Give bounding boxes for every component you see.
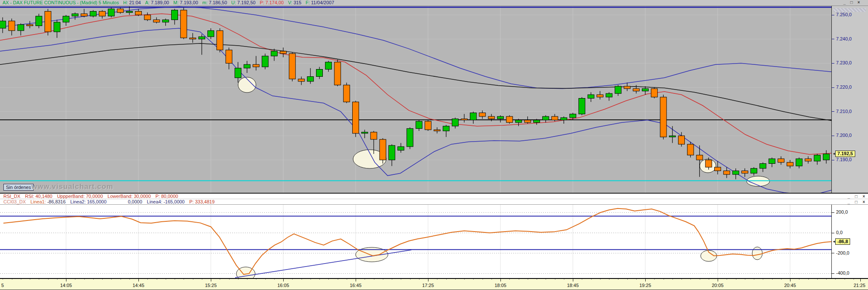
candle [687,144,694,155]
time-minor-tick [75,279,75,280]
cci-indicator-header[interactable]: CCI03_DXLinea1:-86,8316Linea2:165,0000Li… [0,199,868,205]
field-value: 7.189,00 [151,0,169,5]
field-label: A: [145,0,149,5]
time-minor-tick [582,279,582,280]
candle [244,64,250,68]
candle [343,85,350,102]
candle [190,38,196,39]
candle [262,56,268,67]
field-value: 0,0000 [128,199,142,204]
cci-axis-tick [832,273,834,274]
minimize-button[interactable]: _ [848,194,851,199]
field-value: 11/04/2007 [311,0,334,5]
time-minor-tick [193,279,193,280]
candle [181,10,187,38]
time-major-tick [573,279,573,281]
candle [515,120,522,123]
candle [271,51,277,56]
time-axis[interactable]: 514:0514:4515:2516:0516:4517:2518:0518:4… [0,278,868,290]
time-minor-tick [464,279,465,280]
restore-button[interactable]: □ [855,194,858,199]
field-label: Linea2: [70,199,86,204]
price-axis-tick [832,39,834,39]
rsi-indicator-values: RSI:40,1480UppperBand:70,0000LowerBand:3… [23,194,180,199]
price-axis-tick [832,136,834,136]
time-minor-tick [202,279,202,280]
time-minor-tick [292,279,293,280]
candle [9,21,15,31]
price-axis[interactable]: ◄ 7.192,5 7.250,07.240,07.230,07.220,07.… [831,6,868,193]
time-major-tick [500,279,501,281]
time-axis-label: 14:45 [132,283,144,288]
candle [217,31,223,50]
close-icon[interactable]: × [862,194,866,199]
candle [642,89,649,91]
candle [452,119,458,126]
candle [27,25,33,26]
candle [552,116,558,120]
time-axis-label: 18:45 [567,283,579,288]
candle [742,171,748,174]
time-minor-tick [319,279,320,280]
cci-value-axis[interactable]: ◄ -86,8 200,00,0-200,0-400,0 [831,205,868,278]
candle [570,114,576,118]
candle [371,132,377,139]
minimize-button[interactable]: _ [843,0,847,5]
time-minor-tick [84,279,85,280]
candle [651,89,658,97]
time-major-tick [211,279,211,281]
time-minor-tick [491,279,492,280]
field-label: P: [155,194,160,199]
bollinger-upper [0,6,831,89]
candle [45,11,51,32]
close-icon[interactable]: × [862,200,866,204]
candle [624,86,630,89]
field-value: 70,0000 [86,194,103,199]
candle [560,118,567,120]
candle [715,167,721,171]
candle [479,113,486,117]
time-minor-tick [410,279,411,280]
no-orders-tab[interactable]: Sin órdenes [3,184,34,191]
time-minor-tick [220,279,220,280]
minimize-button[interactable]: _ [848,200,851,204]
time-minor-tick [347,279,347,280]
time-minor-tick [383,279,383,280]
candle [208,31,214,37]
candle [760,164,766,168]
candle [669,136,675,137]
cci-axis-label: 200,0 [836,209,848,215]
time-minor-tick [274,279,275,280]
candle [289,54,296,79]
time-minor-tick [265,279,266,280]
time-minor-tick [681,279,682,280]
cci-indicator-name: CCI03_DX [3,199,26,204]
field-label: Linea4: [147,199,162,204]
candle [615,86,621,93]
cci-line [3,209,831,275]
field-value: 21:04 [129,0,141,5]
candle [696,155,703,160]
candlestick-chart-area[interactable]: Sin órdenes www.visualchart.com [0,6,831,193]
time-minor-tick [664,279,664,280]
field-label: Linea1: [31,199,46,204]
cci-chart-area[interactable] [0,205,831,278]
candle [597,95,603,97]
time-minor-tick [129,279,130,280]
candle [162,20,169,22]
rsi-indicator-header[interactable]: RSI_DXRSI:40,1480UppperBand:70,0000Lower… [0,193,868,199]
ma-slow [0,44,831,121]
candle [724,171,730,175]
field-label: P: [189,199,193,204]
candle [81,14,87,16]
time-axis-label: 14:05 [60,283,72,288]
price-axis-label: 7.210,0 [836,109,852,114]
time-minor-tick [537,279,537,280]
time-minor-tick [175,279,175,280]
close-icon[interactable]: × [857,0,861,5]
time-minor-tick [302,279,302,280]
field-value: 315 [293,0,301,5]
restore-button[interactable]: □ [850,0,854,5]
restore-button[interactable]: □ [855,200,858,204]
price-axis-label: 7.190,0 [836,157,852,162]
